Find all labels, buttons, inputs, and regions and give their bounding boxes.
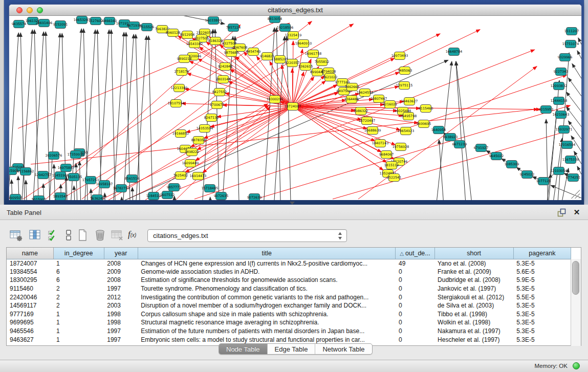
graph-node[interactable]: 12325419 <box>285 32 302 39</box>
select-rows-button[interactable] <box>47 228 60 242</box>
graph-edge[interactable] <box>293 49 302 106</box>
new-file-button[interactable] <box>76 228 90 242</box>
table-cell[interactable]: 5.3E-5 <box>513 318 571 327</box>
graph-node[interactable]: 1893547 <box>53 193 68 201</box>
column-header-pagerank[interactable]: pagerank <box>513 248 571 259</box>
graph-node[interactable]: 1815112 <box>384 162 399 169</box>
graph-node[interactable]: 6774251 <box>566 174 580 182</box>
network-canvas[interactable]: 9435574196132620691406915209110653287152… <box>9 16 581 200</box>
graph-node[interactable]: 11675338 <box>562 156 579 164</box>
graph-node[interactable]: 9072635 <box>214 192 228 200</box>
table-cell[interactable]: 1998 <box>104 318 138 327</box>
table-row[interactable]: 1830029562008Estimation of significance … <box>7 276 571 285</box>
graph-node[interactable]: 7515526 <box>140 24 154 31</box>
table-cell[interactable]: 2008 <box>104 276 138 285</box>
table-cell[interactable]: Estimation of significance thresholds fo… <box>138 276 396 285</box>
graph-edge[interactable] <box>194 75 567 199</box>
graph-node[interactable]: 16648784 <box>446 48 463 56</box>
graph-node[interactable]: 1527602 <box>89 17 103 25</box>
table-cell[interactable]: Jankovic et al. (1997) <box>434 285 513 293</box>
table-cell[interactable]: 1998 <box>104 310 138 319</box>
graph-node[interactable]: 2803144 <box>216 76 230 83</box>
table-cell[interactable]: Tourette syndrome. Phenomenology and cla… <box>138 285 396 293</box>
table-cell[interactable]: 5.6E-5 <box>513 268 571 276</box>
table-header-row[interactable]: namein_degreeyeartitle△out_de...shortpag… <box>7 248 571 259</box>
graph-node[interactable]: 19756928 <box>393 143 409 151</box>
graph-node[interactable]: 6791927 <box>474 144 488 152</box>
graph-edge[interactable] <box>358 67 537 199</box>
graph-node[interactable]: 7462664 <box>345 83 359 91</box>
graph-node[interactable]: 9435574 <box>12 20 26 28</box>
graph-node[interactable]: 15751074 <box>562 40 579 48</box>
graph-edge[interactable] <box>31 109 538 164</box>
table-cell[interactable]: 0 <box>396 310 434 319</box>
table-cell[interactable]: 2 <box>53 293 104 301</box>
graph-node[interactable]: 8938923 <box>443 134 458 141</box>
table-cell[interactable]: Genome-wide association studies in ADHD. <box>138 268 396 276</box>
graph-node[interactable]: 1085309 <box>505 161 519 168</box>
graph-node[interactable]: 1077125 <box>536 178 551 185</box>
graph-node[interactable]: 9699695 <box>417 120 431 128</box>
table-cell[interactable]: 1997 <box>104 285 138 293</box>
graph-edge[interactable] <box>223 105 293 106</box>
graph-node[interactable]: 13654923 <box>398 127 415 135</box>
table-row[interactable]: 969969511998Structural magnetic resonanc… <box>7 318 571 327</box>
table-cell[interactable]: 0 <box>396 285 434 293</box>
graph-edge[interactable] <box>577 51 581 93</box>
graph-node[interactable]: 8186328 <box>208 37 223 45</box>
citation-graph[interactable]: 9435574196132620691406915209110653287152… <box>9 16 581 200</box>
graph-node[interactable]: 9875685 <box>224 49 238 57</box>
graph-node[interactable]: 18107554 <box>168 100 185 107</box>
graph-node[interactable]: 9890218 <box>177 55 191 63</box>
graph-node[interactable]: 7485063 <box>398 67 412 75</box>
import-table-disabled-button[interactable] <box>111 228 124 242</box>
graph-node[interactable]: 12975115 <box>396 82 413 90</box>
graph-edge[interactable] <box>74 186 76 200</box>
table-cell[interactable]: 6 <box>53 268 104 276</box>
graph-edge[interactable] <box>568 78 581 120</box>
table-cell[interactable]: 0 <box>396 318 434 327</box>
table-cell[interactable]: 18724007 <box>7 259 53 268</box>
graph-node[interactable]: 12444158 <box>551 97 568 105</box>
graph-node[interactable]: 9645022 <box>489 152 504 160</box>
graph-edge[interactable] <box>132 187 135 200</box>
graph-node[interactable]: 8813054 <box>268 16 282 23</box>
table-cell[interactable]: 1 <box>53 335 104 344</box>
graph-node[interactable]: 6671239 <box>452 141 467 148</box>
graph-edge[interactable] <box>235 56 293 106</box>
graph-node[interactable]: 1364486 <box>344 96 359 103</box>
graph-edge[interactable] <box>543 110 557 200</box>
table-cell[interactable]: de Silva et al. (2003) <box>434 301 513 310</box>
graph-node[interactable]: 14353594 <box>197 125 213 133</box>
graph-node[interactable]: 19218506 <box>277 24 294 32</box>
graph-node[interactable]: 9242848 <box>218 63 232 71</box>
graph-node[interactable]: 1700677 <box>210 101 224 109</box>
float-panel-icon[interactable] <box>557 208 567 217</box>
graph-node[interactable]: 2718176 <box>175 68 189 76</box>
graph-node[interactable]: 6216021 <box>383 101 397 108</box>
graph-node[interactable]: 8220357 <box>285 59 299 67</box>
table-cell[interactable]: 6 <box>53 276 104 285</box>
graph-node[interactable]: 16033809 <box>205 17 222 25</box>
table-cell[interactable]: 5.3E-5 <box>513 301 571 310</box>
graph-node[interactable]: 9227343 <box>554 68 568 76</box>
vertical-scrollbar[interactable] <box>571 259 581 346</box>
table-row[interactable]: 2242004622012Investigating the contribut… <box>7 293 571 301</box>
column-header-title[interactable]: title <box>138 248 396 259</box>
table-cell[interactable]: 0 <box>396 327 434 336</box>
table-cell[interactable]: 49 <box>396 259 434 268</box>
table-selector-dropdown[interactable]: citations_edges.txt <box>147 229 347 242</box>
graph-node[interactable]: 9115460 <box>419 105 433 113</box>
graph-node[interactable]: 1284510 <box>146 192 161 200</box>
network-window-titlebar[interactable]: citations_edges.txt <box>9 5 581 16</box>
table-cell[interactable]: 1 <box>53 327 104 336</box>
graph-node[interactable]: 5015905 <box>32 196 46 201</box>
graph-node[interactable]: 19624554 <box>357 89 374 97</box>
column-header-year[interactable]: year <box>104 248 138 259</box>
table-cell[interactable]: 19384554 <box>7 268 53 276</box>
graph-node[interactable]: 8960128 <box>166 29 180 37</box>
graph-node[interactable]: 9909505 <box>9 194 23 201</box>
table-cell[interactable]: 5.3E-5 <box>513 285 571 293</box>
table-cell[interactable]: 22420046 <box>7 293 53 301</box>
graph-node[interactable]: 16210643 <box>553 111 570 119</box>
